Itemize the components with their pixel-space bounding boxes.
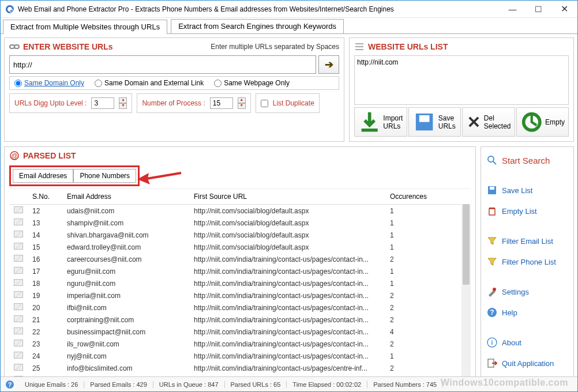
- table-row[interactable]: 17eguru@niit.comhttp://niit.com/india/tr…: [9, 265, 471, 277]
- cell-email: businessimpact@niit.com: [62, 326, 189, 338]
- scrollbar[interactable]: [461, 204, 471, 383]
- quit-button[interactable]: Quit Application: [485, 355, 570, 372]
- settings-button[interactable]: Settings: [485, 283, 570, 300]
- cell-occurrences: 2: [385, 314, 471, 326]
- status-time-elapsed: Time Elapsed : 00:02:02: [287, 381, 367, 388]
- cell-sno: 23: [28, 338, 62, 350]
- table-row[interactable]: 14shivan.bhargava@niit.comhttp://niit.co…: [9, 229, 471, 241]
- window-controls: — ☐ ✕: [500, 1, 577, 17]
- list-duplicate-box: List Duplicate: [256, 93, 320, 113]
- urls-listbox[interactable]: http://niit.com: [354, 55, 569, 105]
- save-urls-button[interactable]: Save URLs: [408, 107, 461, 137]
- table-row[interactable]: 25info@bicslimited.comhttp://niit.com/in…: [9, 362, 471, 374]
- status-parsed-emails: Parsed Emails : 429: [84, 381, 153, 388]
- table-row[interactable]: 12udais@niit.comhttp://niit.com/social/b…: [9, 205, 471, 217]
- table-row[interactable]: 20ifbi@niit.comhttp://niit.com/india/tra…: [9, 301, 471, 314]
- start-search-button[interactable]: Start Search: [485, 152, 570, 169]
- parsed-list-title: PARSED LIST: [23, 151, 76, 160]
- envelope-icon: [14, 279, 23, 286]
- enter-urls-panel: ENTER WEBSITE URLs Enter multiple URLs s…: [4, 37, 344, 142]
- cell-source: http://niit.com/india/training/contact-u…: [189, 289, 385, 301]
- scrollbar-thumb[interactable]: [463, 204, 470, 285]
- empty-button[interactable]: Empty: [516, 107, 569, 137]
- col-email[interactable]: Email Address: [62, 189, 189, 205]
- list-duplicate-checkbox[interactable]: [261, 100, 268, 107]
- table-row[interactable]: 13shampiv@niit.comhttp://niit.com/social…: [9, 217, 471, 229]
- cell-email: info@bicslimited.com: [62, 362, 189, 374]
- cell-email: shivan.bhargava@niit.com: [62, 229, 189, 241]
- disk-icon: [487, 185, 497, 195]
- tools-icon: [487, 287, 497, 297]
- status-parsed-urls: Parsed URLs : 65: [225, 381, 287, 388]
- cell-sno: 24: [28, 350, 62, 362]
- cell-sno: 14: [28, 229, 62, 241]
- cell-source: http://niit.com/india/training/contact-u…: [189, 265, 385, 277]
- table-row[interactable]: 18nguru@niit.comhttp://niit.com/india/tr…: [9, 277, 471, 289]
- cell-source: http://niit.com/social/blog/default.aspx: [189, 205, 385, 217]
- table-row[interactable]: 16careercourses@niit.comhttp://niit.com/…: [9, 253, 471, 265]
- scope-radio-group: Same Domain Only Same Domain and Externa…: [9, 76, 339, 90]
- go-button[interactable]: ➔: [318, 55, 339, 74]
- url-list-item[interactable]: http://niit.com: [357, 58, 566, 66]
- cell-source: http://niit.com/social/blog/default.aspx: [189, 217, 385, 229]
- minimize-button[interactable]: —: [500, 1, 526, 17]
- link-icon: [9, 42, 20, 52]
- svg-rect-5: [355, 43, 363, 44]
- filter-email-button[interactable]: Filter Email List: [485, 232, 570, 250]
- col-occurrences[interactable]: Occurences: [385, 189, 471, 205]
- results-table: S.No. Email Address First Source URL Occ…: [9, 189, 471, 383]
- table-row[interactable]: 21corptraining@niit.comhttp://niit.com/i…: [9, 314, 471, 326]
- process-count-box: Number of Process : ▲▼: [137, 93, 250, 113]
- radio-same-domain[interactable]: Same Domain Only: [14, 79, 84, 87]
- exit-icon: [487, 358, 497, 368]
- table-row[interactable]: 22businessimpact@niit.comhttp://niit.com…: [9, 326, 471, 338]
- radio-same-webpage[interactable]: Same Webpage Only: [214, 79, 290, 87]
- svg-rect-4: [14, 45, 19, 48]
- digg-level-input[interactable]: [91, 97, 114, 109]
- url-input[interactable]: [9, 55, 316, 74]
- digg-level-spinner[interactable]: ▲▼: [119, 97, 127, 109]
- envelope-icon: [14, 303, 23, 310]
- envelope-icon: [14, 364, 23, 371]
- table-row[interactable]: 23ils_row@niit.comhttp://niit.com/india/…: [9, 338, 471, 350]
- process-count-input[interactable]: [210, 97, 233, 109]
- urls-list-title: WEBSITE URLs LIST: [368, 42, 448, 51]
- empty-icon: [520, 111, 543, 133]
- window-title: Web Email and Phone Extractor Pro - Extr…: [18, 5, 500, 13]
- envelope-icon: [14, 340, 23, 346]
- col-source[interactable]: First Source URL: [189, 189, 385, 205]
- close-button[interactable]: ✕: [551, 1, 577, 17]
- maximize-button[interactable]: ☐: [526, 1, 551, 17]
- cell-email: ils_row@niit.com: [62, 338, 189, 350]
- svg-point-19: [493, 288, 496, 291]
- cell-occurrences: 4: [385, 326, 471, 338]
- help-status-icon[interactable]: ?: [5, 380, 14, 389]
- envelope-icon: [14, 327, 23, 334]
- app-icon: [5, 5, 14, 14]
- table-row[interactable]: 19imperia@niit.comhttp://niit.com/india/…: [9, 289, 471, 301]
- process-count-spinner[interactable]: ▲▼: [238, 97, 246, 109]
- cell-occurrences: 1: [385, 277, 471, 289]
- cell-email: shampiv@niit.com: [62, 217, 189, 229]
- svg-point-13: [488, 156, 494, 162]
- save-list-button[interactable]: Save List: [485, 182, 570, 199]
- help-button[interactable]: ?Help: [485, 304, 570, 321]
- table-row[interactable]: 15edward.trolley@niit.comhttp://niit.com…: [9, 241, 471, 253]
- about-button[interactable]: iAbout: [485, 334, 570, 351]
- tab-extract-urls[interactable]: Extract from Multiple Websites through U…: [3, 20, 167, 34]
- cell-occurrences: 1: [385, 205, 471, 217]
- cell-sno: 15: [28, 241, 62, 253]
- del-selected-button[interactable]: Del Selected: [462, 107, 515, 137]
- tab-email-addresses[interactable]: Email Addreses: [13, 169, 73, 183]
- table-row[interactable]: 24nyj@niit.comhttp://niit.com/india/trai…: [9, 350, 471, 362]
- svg-text:?: ?: [8, 381, 12, 388]
- empty-list-button[interactable]: Empty List: [485, 202, 570, 220]
- cell-occurrences: 2: [385, 338, 471, 350]
- radio-domain-external[interactable]: Same Domain and External Link: [95, 79, 204, 87]
- col-sno[interactable]: S.No.: [28, 189, 62, 205]
- cell-email: corptraining@niit.com: [62, 314, 189, 326]
- import-urls-button[interactable]: Import URLs: [354, 107, 407, 137]
- filter-phone-button[interactable]: Filter Phone List: [485, 253, 570, 270]
- tab-extract-keywords[interactable]: Extract from Search Engines through Keyw…: [171, 19, 344, 33]
- tab-phone-numbers[interactable]: Phone Numbers: [73, 169, 136, 183]
